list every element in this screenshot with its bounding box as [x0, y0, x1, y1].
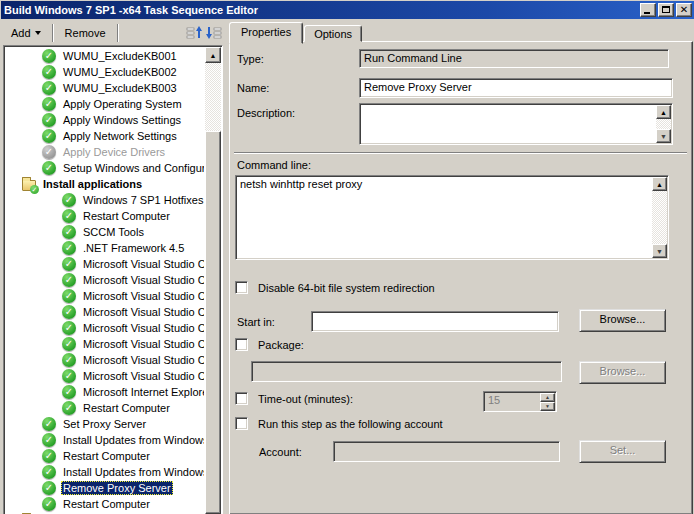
tree-item[interactable]: ✓Restart Computer [6, 208, 204, 224]
check-icon: ✓ [42, 433, 56, 447]
tree-item-label: Microsoft Visual Studio C++ [81, 369, 204, 383]
tree-item[interactable]: ✓Apply Device Drivers [6, 144, 204, 160]
check-icon: ✓ [42, 49, 56, 63]
tree-item[interactable]: ✓Microsoft Visual Studio C++ [6, 272, 204, 288]
check-icon: ✓ [42, 449, 56, 463]
tree-item-label: Microsoft Visual Studio C++ [81, 337, 204, 351]
tree-item[interactable]: ✓Restart Computer [6, 400, 204, 416]
tree-item[interactable]: ✓Apply Operating System [6, 96, 204, 112]
tree-item[interactable]: ✓Microsoft Visual Studio C++ [6, 256, 204, 272]
package-checkbox[interactable] [235, 338, 248, 351]
tree-item[interactable]: ✓Restart Computer [6, 448, 204, 464]
scrollbar-track[interactable] [652, 191, 667, 244]
spin-down-icon: ▼ [540, 402, 555, 411]
tree-item-label: Windows 7 SP1 Hotfixes - x64 [81, 193, 204, 207]
tree-item[interactable]: ✓Microsoft Visual Studio C++ [6, 336, 204, 352]
tree-item[interactable]: ✓SCCM Tools [6, 224, 204, 240]
remove-button[interactable]: Remove [57, 23, 114, 43]
command-line-field[interactable]: netsh winhttp reset proxy ▲ ▼ [235, 175, 669, 260]
type-field: Run Command Line [359, 49, 669, 68]
check-icon: ✓ [62, 209, 76, 223]
spin-up-icon: ▲ [540, 393, 555, 402]
tree-item[interactable]: ✓Microsoft Internet Explorer [6, 384, 204, 400]
toolbar: Add Remove [3, 20, 223, 45]
tree-item-label: Microsoft Visual Studio C++ [81, 257, 204, 271]
tree-item[interactable]: ✓Apply Network Settings [6, 128, 204, 144]
tree-item[interactable]: ✓Set Proxy Server [6, 416, 204, 432]
scroll-down-button[interactable]: ▼ [652, 244, 667, 258]
tree-item-label: .NET Framework 4.5 [81, 241, 186, 255]
tree-item[interactable]: ✓Install Updates from Windows U [6, 464, 204, 480]
timeout-spinner: 15 ▲ ▼ [483, 391, 557, 412]
tree-item[interactable]: ✓Apply Windows Settings [6, 112, 204, 128]
titlebar[interactable]: Build Windows 7 SP1 -x64 Task Sequence E… [1, 1, 694, 19]
disable-64bit-checkbox[interactable] [235, 281, 248, 294]
check-icon: ✓ [62, 289, 76, 303]
minimize-button[interactable] [640, 3, 656, 17]
scroll-up-button[interactable]: ▲ [656, 105, 671, 119]
remove-button-label: Remove [65, 27, 106, 39]
tree-item[interactable]: ✓Restart Computer [6, 496, 204, 512]
tree-item[interactable]: ✓Microsoft Visual Studio C++ [6, 320, 204, 336]
check-icon: ✓ [62, 337, 76, 351]
check-icon: ✓ [42, 497, 56, 511]
scrollbar-track[interactable] [656, 119, 671, 129]
tree-item-label: Apply Device Drivers [61, 145, 167, 159]
tree-item-label: WUMU_ExcludeKB003 [61, 81, 179, 95]
check-disabled-icon: ✓ [42, 145, 56, 159]
tree-item-label: Set Proxy Server [61, 417, 148, 431]
scroll-down-button[interactable]: ▼ [656, 129, 671, 143]
tab-options-label: Options [314, 28, 352, 40]
maximize-button[interactable] [658, 3, 674, 17]
tree-item-label: Apply Operating System [61, 97, 184, 111]
disable-64bit-label: Disable 64-bit file system redirection [258, 282, 435, 294]
tab-options[interactable]: Options [304, 25, 362, 42]
name-field[interactable]: Remove Proxy Server [359, 78, 673, 98]
tree-item[interactable]: ✓Windows 7 SP1 Hotfixes - x64 [6, 192, 204, 208]
tree-item[interactable]: ✓Microsoft Visual Studio C++ [6, 368, 204, 384]
tree-scrollbar[interactable]: ▲ [205, 47, 221, 514]
timeout-checkbox[interactable] [235, 392, 248, 405]
command-line-separator [234, 152, 687, 154]
tree-item-label: Setup Windows and Configuration [61, 161, 204, 175]
move-up-icon[interactable] [185, 24, 203, 42]
scroll-up-button[interactable]: ▲ [652, 177, 667, 191]
check-icon: ✓ [62, 305, 76, 319]
tree-item[interactable]: ✓Install Updates from Windows U [6, 432, 204, 448]
run-as-checkbox[interactable] [235, 417, 248, 430]
tree-item[interactable]: ✓Microsoft Visual Studio C++ [6, 304, 204, 320]
command-line-label: Command line: [237, 159, 311, 171]
check-icon: ✓ [42, 65, 56, 79]
tree-item[interactable]: ✓.NET Framework 4.5 [6, 240, 204, 256]
command-line-scrollbar[interactable]: ▲ ▼ [652, 177, 667, 258]
minimize-icon [644, 12, 650, 14]
description-field[interactable]: ▲ ▼ [359, 103, 673, 145]
tree-item[interactable]: ✓Microsoft Visual Studio C++ [6, 352, 204, 368]
package-label: Package: [258, 339, 304, 351]
start-in-field[interactable] [311, 311, 559, 332]
toolbar-separator [52, 24, 54, 42]
tree-item[interactable]: ✓Remove Proxy Server [6, 480, 204, 496]
scrollbar-thumb[interactable] [205, 131, 221, 514]
tree-item-label: Apply Windows Settings [61, 113, 183, 127]
check-icon: ✓ [62, 369, 76, 383]
tree-item-label: Restart Computer [81, 401, 172, 415]
description-scrollbar[interactable]: ▲ ▼ [656, 105, 671, 143]
scrollbar-track[interactable] [205, 63, 221, 131]
tree-item[interactable]: ✓WUMU_ExcludeKB003 [6, 80, 204, 96]
scroll-up-button[interactable]: ▲ [205, 47, 221, 63]
tree-item[interactable]: ✓Setup Windows and Configuration [6, 160, 204, 176]
tree-item[interactable]: Install applications [6, 176, 204, 192]
tree-item-label: Remove Proxy Server [61, 481, 173, 495]
account-set-button: Set... [579, 440, 666, 463]
tree-item-label: Restart Computer [81, 209, 172, 223]
move-down-icon[interactable] [205, 24, 223, 42]
tree-item[interactable]: ✓WUMU_ExcludeKB002 [6, 64, 204, 80]
tree-item[interactable]: ✓WUMU_ExcludeKB001 [6, 48, 204, 64]
tree-item[interactable]: ✓Microsoft Visual Studio C++ [6, 288, 204, 304]
tab-properties[interactable]: Properties [229, 22, 303, 44]
start-in-browse-button[interactable]: Browse... [579, 309, 666, 332]
add-button[interactable]: Add [3, 23, 49, 43]
chevron-down-icon [35, 31, 41, 35]
close-button[interactable]: ✕ [676, 3, 692, 17]
